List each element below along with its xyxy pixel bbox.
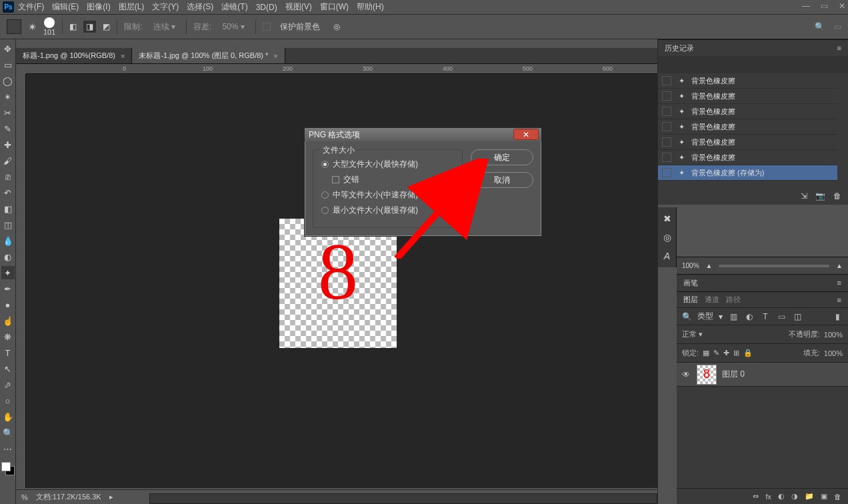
edit-toolbar-icon[interactable]: ⋯ [1, 442, 15, 455]
filter-type-label[interactable]: 类型 [697, 311, 713, 322]
eraser-tool-icon[interactable]: ◧ [1, 202, 15, 215]
filter-shape-icon[interactable]: ▭ [776, 312, 787, 321]
fx-icon[interactable]: fx [765, 493, 771, 501]
document-tab[interactable]: 标题-1.png @ 100%(RGB/8) × [16, 48, 132, 63]
eyedropper-tool-icon[interactable]: ✎ [1, 122, 15, 135]
history-checkbox[interactable] [662, 137, 671, 147]
direct-select-tool-icon[interactable]: ⬀ [1, 378, 15, 391]
opacity-value[interactable]: 100% [824, 331, 843, 339]
layer-list[interactable]: 👁 8 图层 0 [677, 363, 848, 504]
zoom-value[interactable]: 100% [682, 262, 699, 269]
pen-tool-icon[interactable]: ✒ [1, 282, 15, 295]
chevron-down-icon[interactable]: ▾ [719, 312, 723, 321]
checkbox-icon[interactable] [332, 176, 339, 183]
document-tab[interactable]: 未标题-1.jpg @ 100% (图层 0, RGB/8) * × [132, 48, 285, 63]
smudge-tool-icon[interactable]: ☝ [1, 314, 15, 327]
lock-artboard-icon[interactable]: ⊞ [733, 349, 739, 357]
history-item[interactable]: ✦背景色橡皮擦 [658, 135, 837, 150]
layer-row[interactable]: 👁 8 图层 0 [677, 363, 848, 387]
tab-layers[interactable]: 图层 [683, 295, 698, 305]
option-interlace[interactable]: 交错 [321, 172, 454, 187]
move-tool-icon[interactable]: ✥ [1, 42, 15, 55]
lock-paint-icon[interactable]: ✎ [713, 349, 719, 357]
history-checkbox[interactable] [662, 153, 671, 162]
menu-select[interactable]: 选择(S) [183, 1, 217, 13]
foreground-swatch-icon[interactable] [1, 462, 11, 471]
lock-all-icon[interactable]: 🔒 [743, 349, 753, 357]
bg-eraser-tool-icon[interactable]: ✦ [1, 266, 15, 279]
minimize-icon[interactable]: — [802, 1, 810, 11]
sample-icon-3[interactable]: ◩ [103, 22, 110, 31]
filter-smart-icon[interactable]: ◫ [792, 312, 803, 321]
menu-layer[interactable]: 图层(L) [115, 1, 149, 13]
menu-type[interactable]: 文字(Y) [148, 1, 183, 13]
option-medium[interactable]: 中等文件大小(中速存储) [321, 187, 454, 203]
sponge-tool-icon[interactable]: ❋ [1, 330, 15, 343]
stamp-tool-icon[interactable]: ⎚ [1, 170, 15, 183]
cc-libraries-icon[interactable]: ◎ [661, 231, 673, 243]
mask-icon[interactable]: ◐ [778, 492, 785, 501]
radio-icon[interactable] [321, 207, 329, 214]
zoom-slider[interactable] [719, 265, 829, 267]
cancel-button[interactable]: 取消 [471, 172, 533, 188]
zoom-field[interactable]: % [21, 493, 28, 501]
history-item[interactable]: ✦背景色橡皮擦 (存储为) [658, 165, 837, 181]
settings-icon[interactable]: ✖ [661, 213, 673, 225]
dialog-titlebar[interactable]: PNG 格式选项 ✕ [305, 128, 541, 141]
filter-adjust-icon[interactable]: ◐ [744, 312, 755, 321]
sample-icon-2[interactable]: ◨ [83, 21, 96, 33]
scrollbar[interactable] [149, 493, 657, 504]
dialog-close-button[interactable]: ✕ [513, 129, 539, 140]
layer-thumbnail[interactable]: 8 [697, 365, 717, 385]
history-item[interactable]: ✦背景色橡皮擦 [658, 89, 837, 104]
trash-icon[interactable]: 🗑 [834, 493, 841, 501]
search-icon[interactable]: 🔍 [815, 22, 825, 31]
restore-icon[interactable]: ▭ [821, 1, 828, 11]
panel-menu-icon[interactable]: ≡ [837, 279, 841, 287]
current-tool-icon[interactable] [7, 19, 21, 34]
dodge-tool-icon[interactable]: ◐ [1, 250, 15, 263]
ok-button[interactable]: 确定 [471, 149, 533, 165]
crop-tool-icon[interactable]: ✂ [1, 106, 15, 119]
visibility-icon[interactable]: 👁 [682, 370, 691, 379]
character-icon[interactable]: A [661, 250, 673, 262]
close-tab-icon[interactable]: × [273, 52, 277, 60]
menu-file[interactable]: 文件(F) [14, 1, 48, 13]
lock-pixels-icon[interactable]: ▦ [703, 349, 709, 357]
history-checkbox[interactable] [662, 91, 671, 101]
adjustment-icon[interactable]: ◑ [791, 492, 798, 501]
history-checkbox[interactable] [662, 168, 671, 177]
history-item[interactable]: ✦背景色橡皮擦 [658, 150, 837, 165]
menu-view[interactable]: 视图(V) [281, 1, 316, 13]
panel-menu-icon[interactable]: ≡ [837, 44, 841, 52]
lasso-tool-icon[interactable]: ◯ [1, 74, 15, 87]
menu-3d[interactable]: 3D(D) [252, 3, 281, 12]
gradient-tool-icon[interactable]: ◫ [1, 218, 15, 231]
menu-edit[interactable]: 编辑(E) [48, 1, 83, 13]
new-layer-icon[interactable]: ▣ [821, 492, 827, 501]
filter-type-icon[interactable]: T [760, 312, 771, 321]
option-small[interactable]: 最小文件大小(最慢存储) [321, 203, 454, 218]
lock-position-icon[interactable]: ✚ [723, 349, 729, 357]
limit-dropdown[interactable]: 连续 ▾ [149, 21, 179, 33]
protect-fg-checkbox[interactable] [263, 23, 271, 31]
trash-icon[interactable]: 🗑 [833, 191, 841, 201]
folder-icon[interactable]: 📁 [805, 492, 814, 501]
chevron-right-icon[interactable]: ▸ [109, 493, 113, 501]
path-select-tool-icon[interactable]: ↖ [1, 362, 15, 375]
history-checkbox[interactable] [662, 76, 671, 85]
history-checkbox[interactable] [662, 107, 671, 116]
magic-wand-icon[interactable]: ✴ [28, 21, 37, 33]
tab-paths[interactable]: 路径 [726, 295, 741, 305]
radio-icon[interactable] [321, 191, 329, 199]
radio-icon[interactable] [321, 161, 329, 168]
type-tool-icon[interactable]: T [1, 346, 15, 359]
menu-window[interactable]: 窗口(W) [316, 1, 353, 13]
history-item[interactable]: ✦背景色橡皮擦 [658, 73, 837, 89]
zoom-out-icon[interactable]: ▲ [706, 262, 713, 269]
shape-tool-icon[interactable]: ○ [1, 394, 15, 407]
blur-tool-icon[interactable]: 💧 [1, 234, 15, 247]
filter-pixel-icon[interactable]: ▥ [728, 312, 739, 321]
close-tab-icon[interactable]: × [121, 52, 125, 60]
menu-image[interactable]: 图像(I) [83, 1, 114, 13]
